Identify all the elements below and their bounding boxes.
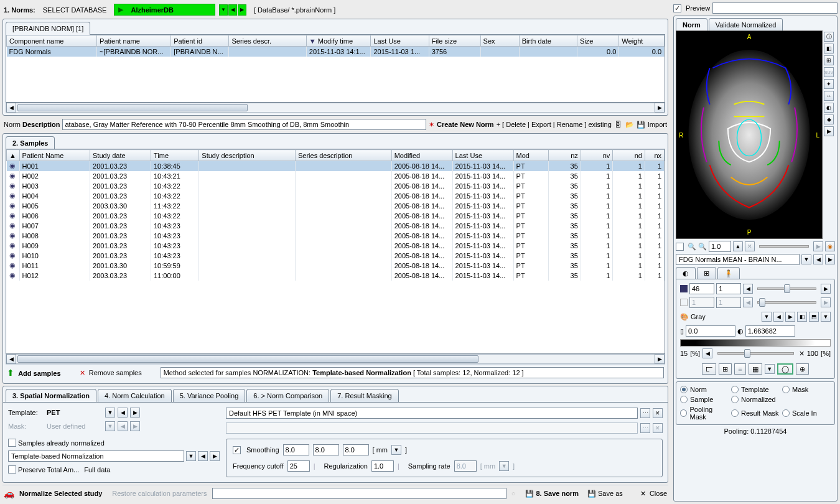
colormap-next[interactable]: ▶ [785,312,795,322]
sample-row[interactable]: ◉ H0122003.03.2311:00:00 2005-08-18 14..… [7,271,665,281]
create-new-norm-button[interactable]: Create New Norm [437,121,494,128]
col-modify-time[interactable]: ▼ Modify time [306,35,371,47]
radio-template[interactable] [731,386,739,393]
slice-pos-2[interactable] [716,283,741,294]
radio-sample[interactable] [680,396,688,403]
radio-normalized[interactable] [731,396,739,403]
zoom-out-icon[interactable]: 🔍 [698,242,707,251]
slice-prev[interactable]: ◀ [743,284,753,294]
sample-row[interactable]: ◉ H0042001.03.2310:43:22 2005-08-18 14..… [7,191,665,201]
window-slider[interactable] [717,352,794,355]
normalize-selected-study-button[interactable]: Normalize Selected study [19,490,102,497]
db-dropdown[interactable]: ▼ [219,4,228,16]
col-study-date[interactable]: Study date [90,150,151,161]
norm-row[interactable]: FDG Normals ~[PBRAINDB NOR... [PBRAINDB … [7,47,665,57]
layout-btn-5[interactable]: ◯ [777,363,793,375]
db-prev[interactable]: ◀ [228,4,237,16]
method-dropdown-arrow[interactable]: ▼ [186,451,196,461]
layout-btn-4[interactable]: ▦ [749,363,762,375]
open-icon[interactable]: 📂 [625,120,634,129]
sample-row[interactable]: ◉ H0112001.03.3010:59:59 2005-08-18 14..… [7,261,665,271]
col-nd[interactable]: nd [613,150,645,161]
zoom-value[interactable] [709,241,731,252]
layout-btn-6[interactable]: ⊕ [796,363,809,375]
title-prev[interactable]: ◀ [813,254,823,264]
layout-btn-1[interactable]: ⫍ [702,363,716,375]
smoothing-z[interactable] [343,444,369,455]
existing-ops-label[interactable]: + [ Delete | Export | Rename ] existing [497,121,612,128]
tab-norm-view[interactable]: Norm [676,18,707,31]
slice-next[interactable]: ▶ [821,284,831,294]
smoothing-checkbox[interactable] [233,446,241,454]
zoom-in-icon[interactable]: 🔍 [688,242,696,251]
preserve-total-checkbox[interactable] [8,465,16,474]
viewer-info-icon[interactable]: ⓘ [824,32,834,42]
tab-norm-calculation[interactable]: 4. Norm Calculation [98,389,172,402]
tab-norm-comparison[interactable]: 6. > Norm Comparison [246,389,329,402]
database-selector[interactable]: ▶ AlzheimerDB [114,4,215,16]
radio-mask[interactable] [782,386,790,393]
col-nx[interactable]: nx [645,150,664,161]
tab-variance-pooling[interactable]: 5. Variance Pooling [173,389,246,402]
slice-slider-1[interactable] [757,287,816,290]
zoom-overlay-icon[interactable]: ◉ [825,241,835,251]
freq-cutoff-input[interactable] [287,460,310,472]
win-prev[interactable]: ◀ [702,348,712,358]
col-weight[interactable]: Weight [619,35,665,47]
tab-result-masking[interactable]: 7. Result Masking [330,389,398,402]
sample-row[interactable]: ◉ H0092001.03.2310:43:23 2005-08-18 14..… [7,241,665,251]
radio-scale-in[interactable] [782,409,790,417]
col-time[interactable]: Time [151,150,198,161]
smoothing-unit-dropdown[interactable]: ▼ [391,445,401,455]
close-button[interactable]: ✕ Close [640,490,667,498]
col-patient-id[interactable]: Patient id [171,35,229,47]
save-norm-button[interactable]: 💾 8. Save norm [525,490,579,498]
viewer-tool2-icon[interactable]: ⊞ [824,55,834,65]
col-modified[interactable]: Modified [391,150,452,161]
save-icon[interactable]: 💾 [637,120,645,129]
template-next[interactable]: ▶ [130,408,140,418]
col-triangle[interactable]: ▲ [7,150,20,161]
layout-btn-2[interactable]: ⊞ [719,363,732,375]
col-series-desc[interactable]: Series description [295,150,391,161]
normalization-method-dropdown[interactable]: Template-based Normalization [8,450,184,462]
scroll-right-icon[interactable]: ▶ [655,103,665,113]
tab-contrast[interactable]: ◐ [676,267,696,279]
save-as-button[interactable]: 💾 Save as [587,490,623,498]
viewer-cross-icon[interactable]: ✦ [824,79,834,89]
col-sex[interactable]: Sex [480,35,519,47]
viewer-tool1-icon[interactable]: ◧ [824,44,834,54]
db-icon[interactable]: 🗄 [614,120,623,129]
viewer-ruler-icon[interactable]: ↔ [824,91,834,101]
win-x-icon[interactable]: ✕ [799,350,805,358]
sample-row[interactable]: ◉ H0072001.03.2310:43:23 2005-08-18 14..… [7,221,665,231]
viewer-circle-icon[interactable]: ◐ [824,103,834,113]
tab-grid[interactable]: ⊞ [697,267,716,279]
template-close-icon[interactable]: ✕ [653,408,663,418]
col-series-descr[interactable]: Series descr. [229,35,306,47]
samples-hscroll[interactable]: ◀ ▶ [6,354,665,364]
colormap-opt1[interactable]: ◧ [797,312,807,322]
sample-row[interactable]: ◉ H0082001.03.2310:43:23 2005-08-18 14..… [7,231,665,241]
slice-pos-1[interactable] [689,283,714,294]
col-patient-name[interactable]: Patient name [97,35,171,47]
tab-pbraindb-norm[interactable]: [PBRAINDB NORM] [1] [6,22,90,35]
smoothing-x[interactable] [283,444,309,455]
sample-row[interactable]: ◉ H0102001.03.2310:43:23 2005-08-18 14..… [7,251,665,261]
template-info-icon[interactable]: ⋯ [640,408,650,418]
col-nv[interactable]: nv [581,150,613,161]
title-next[interactable]: ▶ [825,254,835,264]
template-prev[interactable]: ◀ [118,408,128,418]
tab-person[interactable]: 🧍 [717,267,740,279]
zoom-up[interactable]: ▲ [733,241,743,251]
sample-row[interactable]: ◉ H0052003.03.3011:43:22 2005-08-18 14..… [7,201,665,211]
viewer-pin-icon[interactable]: ◆ [824,114,834,124]
scroll-left-icon[interactable]: ◀ [6,354,16,364]
method-next[interactable]: ▶ [210,451,220,461]
sample-row[interactable]: ◉ H0012001.03.2310:38:45 2005-08-18 14..… [7,161,665,171]
sample-row[interactable]: ◉ H0022001.03.2310:43:21 2005-08-18 14..… [7,171,665,181]
col-patient-name[interactable]: Patient Name [19,150,90,161]
scroll-right-icon[interactable]: ▶ [655,354,665,364]
colormap-dropdown[interactable]: ▼ [762,312,772,322]
add-samples-button[interactable]: ⬆ Add samples [7,368,61,378]
